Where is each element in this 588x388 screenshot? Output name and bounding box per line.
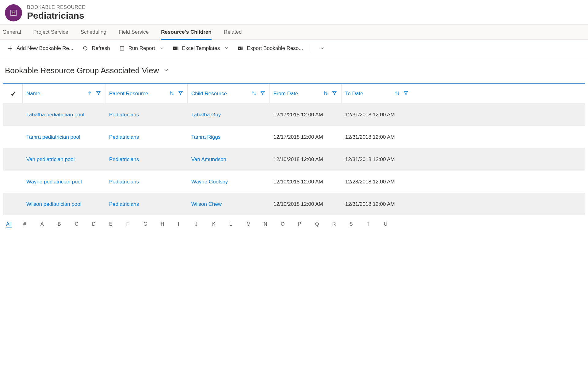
sort-icon[interactable]	[251, 91, 257, 96]
cell-name[interactable]: Wilson pediatrician pool	[23, 193, 105, 215]
data-grid: Name Parent Resource Child Resource	[3, 83, 585, 215]
cell-parent[interactable]: Pediatricians	[105, 126, 188, 148]
alpha-item[interactable]: I	[178, 221, 195, 228]
alpha-item[interactable]: N	[264, 221, 281, 228]
alpha-item[interactable]: K	[212, 221, 229, 228]
alpha-item[interactable]: A	[40, 221, 58, 228]
cell-child[interactable]: Tamra Riggs	[188, 126, 270, 148]
alpha-item[interactable]: S	[349, 221, 367, 228]
alpha-item[interactable]: B	[58, 221, 75, 228]
alpha-item[interactable]: H	[161, 221, 178, 228]
alpha-item[interactable]: #	[23, 221, 40, 228]
more-commands-button[interactable]	[315, 43, 328, 53]
alpha-item[interactable]: Q	[315, 221, 332, 228]
row-checkbox[interactable]	[3, 126, 23, 148]
cell-child[interactable]: Wilson Chew	[188, 193, 270, 215]
excel-templates-button[interactable]: x Excel Templates	[169, 43, 232, 54]
cell-child[interactable]: Wayne Goolsby	[188, 171, 270, 193]
chevron-down-icon	[164, 67, 169, 74]
view-title: Bookable Resource Group Associated View	[5, 66, 159, 75]
alpha-item[interactable]: L	[229, 221, 246, 228]
cell-name[interactable]: Wayne pediatrician pool	[23, 171, 105, 193]
toolbar-divider	[311, 44, 311, 53]
column-header-child[interactable]: Child Resource	[188, 84, 270, 103]
column-header-to[interactable]: To Date	[342, 84, 413, 103]
alpha-item[interactable]: E	[109, 221, 126, 228]
alpha-item[interactable]: J	[195, 221, 212, 228]
cell-from: 12/10/2018 12:00 AM	[270, 148, 342, 171]
table-row[interactable]: Van pediatrician pool Pediatricians Van …	[3, 148, 585, 171]
command-bar: Add New Bookable Re... Refresh Run Repor…	[0, 40, 588, 57]
refresh-button[interactable]: Refresh	[79, 43, 114, 54]
column-header-from[interactable]: From Date	[270, 84, 342, 103]
cell-parent[interactable]: Pediatricians	[105, 171, 188, 193]
alpha-item[interactable]: U	[384, 221, 401, 228]
tab-field-service[interactable]: Field Service	[119, 25, 155, 40]
cell-name[interactable]: Tabatha pediatrician pool	[23, 104, 105, 126]
select-all-checkbox[interactable]	[3, 84, 23, 103]
filter-icon[interactable]	[178, 91, 184, 96]
row-checkbox[interactable]	[3, 193, 23, 215]
alpha-item[interactable]: G	[143, 221, 161, 228]
alpha-item[interactable]: M	[246, 221, 264, 228]
sort-icon[interactable]	[169, 91, 175, 96]
header-text: BOOKABLE RESOURCE Pediatricians	[27, 5, 86, 21]
alpha-item[interactable]: F	[126, 221, 143, 228]
view-selector[interactable]: Bookable Resource Group Associated View	[0, 57, 588, 83]
run-report-button[interactable]: Run Report	[116, 43, 167, 54]
tab-related[interactable]: Related	[224, 25, 248, 40]
cell-name[interactable]: Van pediatrician pool	[23, 148, 105, 171]
alpha-item[interactable]: P	[298, 221, 315, 228]
tab-general[interactable]: General	[2, 25, 27, 40]
svg-rect-3	[122, 48, 122, 50]
svg-rect-7	[177, 47, 178, 47]
alpha-item[interactable]: C	[75, 221, 92, 228]
alpha-item[interactable]: All	[6, 221, 23, 228]
entity-type-label: BOOKABLE RESOURCE	[27, 5, 86, 10]
entity-icon	[5, 4, 22, 21]
cell-child[interactable]: Van Amundson	[188, 148, 270, 171]
svg-text:x: x	[174, 47, 176, 50]
row-checkbox[interactable]	[3, 171, 23, 193]
tab-project-service[interactable]: Project Service	[33, 25, 74, 40]
filter-icon[interactable]	[403, 91, 409, 96]
sort-icon[interactable]	[323, 91, 329, 96]
alpha-item[interactable]: R	[332, 221, 349, 228]
cell-parent[interactable]: Pediatricians	[105, 148, 188, 171]
filter-icon[interactable]	[331, 91, 338, 96]
add-new-button[interactable]: Add New Bookable Re...	[4, 43, 77, 54]
sort-icon[interactable]	[394, 91, 400, 96]
column-header-name[interactable]: Name	[23, 84, 105, 103]
cell-parent[interactable]: Pediatricians	[105, 193, 188, 215]
alpha-item[interactable]: T	[367, 221, 384, 228]
table-row[interactable]: Wilson pediatrician pool Pediatricians W…	[3, 193, 585, 215]
row-checkbox[interactable]	[3, 104, 23, 126]
alphabet-filter: All#ABCDEFGHIJKLMNOPQRSTU	[0, 215, 588, 231]
svg-text:x: x	[239, 47, 240, 50]
table-row[interactable]: Wayne pediatrician pool Pediatricians Wa…	[3, 171, 585, 193]
table-row[interactable]: Tamra pediatrician pool Pediatricians Ta…	[3, 126, 585, 148]
report-icon	[119, 46, 125, 51]
svg-rect-14	[241, 49, 243, 50]
filter-icon[interactable]	[260, 91, 266, 96]
table-row[interactable]: Tabatha pediatrician pool Pediatricians …	[3, 104, 585, 126]
refresh-icon	[82, 46, 88, 51]
excel-icon: x	[173, 46, 178, 51]
form-tabs: General Project Service Scheduling Field…	[0, 24, 588, 40]
cell-child[interactable]: Tabatha Guy	[188, 104, 270, 126]
cell-parent[interactable]: Pediatricians	[105, 104, 188, 126]
row-checkbox[interactable]	[3, 148, 23, 171]
sort-asc-icon[interactable]	[87, 91, 93, 96]
tab-scheduling[interactable]: Scheduling	[81, 25, 113, 40]
cell-name[interactable]: Tamra pediatrician pool	[23, 126, 105, 148]
excel-templates-label: Excel Templates	[182, 45, 220, 51]
tab-resources-children[interactable]: Resource's Children	[161, 25, 218, 40]
page-title: Pediatricians	[27, 10, 86, 21]
alpha-item[interactable]: O	[281, 221, 298, 228]
filter-icon[interactable]	[95, 91, 101, 96]
chevron-down-icon	[225, 46, 228, 51]
svg-rect-12	[241, 47, 243, 47]
alpha-item[interactable]: D	[92, 221, 109, 228]
export-button[interactable]: x Export Bookable Reso...	[234, 43, 307, 54]
column-header-parent[interactable]: Parent Resource	[105, 84, 188, 103]
